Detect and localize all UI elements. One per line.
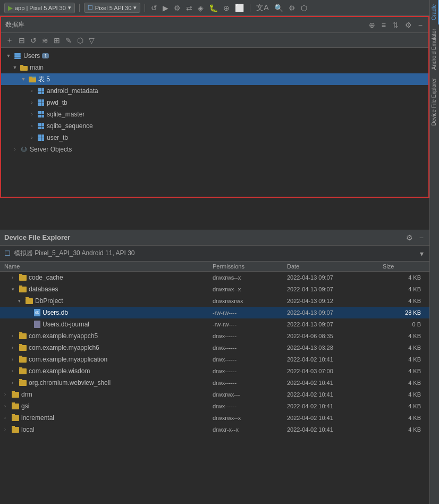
expand-myapplch6[interactable]: › [12,345,17,350]
expand-icon-pwd-tb[interactable]: › [29,99,35,106]
db-edit-icon[interactable]: ✎ [64,35,73,46]
expand-incremental[interactable]: › [4,415,10,421]
expand-icon-sqlite-master[interactable]: › [29,111,35,117]
journal-icon [34,321,40,328]
expand-icon-tables[interactable]: ▼ [20,76,27,82]
perm-myappch5: drwx------ [213,333,287,339]
date-myappch5: 2022-04-06 08:35 [287,333,383,339]
expand-myappch5[interactable]: › [12,333,17,339]
db-settings-icon[interactable]: ⚙ [403,20,413,30]
sidebar-tab-android-emulator[interactable]: Android Emulator [430,24,439,74]
db-filter2-icon[interactable]: ▽ [87,35,96,46]
expand-icon-users[interactable]: ▼ [5,53,12,59]
tree-label-users: Users [23,52,40,60]
file-row-myappch5[interactable]: › com.example.myappch5 drwx------ 2022-0… [0,330,429,342]
dfe-settings-icon[interactable]: ⚙ [404,232,415,243]
file-row-gsi[interactable]: › gsi drwx------ 2022-04-02 10:41 4 KB [0,400,429,412]
table-icon-sqlite-sequence [37,122,45,130]
expand-dbproject[interactable]: ▾ [18,298,23,304]
table-icon-user-tb [37,133,45,142]
db-toolbar: ＋ ⊟ ↺ ≋ ⊞ ✎ ⬡ ▽ [1,33,428,48]
db-refresh-icon[interactable]: ↺ [29,35,38,46]
db-copy-icon[interactable]: ⊟ [17,35,27,46]
db-globe-icon[interactable]: ⊕ [367,20,377,30]
expand-databases[interactable]: ▾ [12,287,17,292]
app-device-selector[interactable]: ▶ app | Pixel 5 API 30 ▾ [4,3,75,13]
device-selector[interactable]: ☐ Pixel 5 API 30 ▾ [84,3,141,13]
file-row-databases[interactable]: ▾ databases drwxrwx--x 2022-04-13 09:07 … [0,283,429,295]
sync-icon[interactable]: ⇄ [184,3,194,13]
settings-icon[interactable]: ⚙ [287,3,297,13]
file-row-local[interactable]: › local drwxr-x--x 2022-04-02 10:41 4 KB [0,424,429,435]
dfe-minimize-icon[interactable]: − [418,232,425,243]
toolbar-separator-3 [250,4,250,12]
file-name-local: local [21,426,35,433]
expand-icon-user-tb[interactable]: › [29,135,35,141]
file-row-myapplication[interactable]: › com.example.myapplication drwx------ 2… [0,354,429,365]
perm-webview: drwx------ [213,380,287,386]
run-icon[interactable]: ▶ [161,3,170,13]
file-table-header: Name Permissions Date Size [0,262,429,272]
expand-wisdom[interactable]: › [12,368,17,374]
db-add-icon[interactable]: ＋ [4,35,15,46]
db-sql-icon[interactable]: ≋ [40,35,50,46]
expand-local[interactable]: › [4,427,10,432]
refresh-icon[interactable]: ↺ [149,3,159,13]
expand-code-cache[interactable]: › [12,275,17,280]
expand-icon-sqlite-sequence[interactable]: › [29,123,35,129]
tree-item-sqlite-master[interactable]: › sqlite_master [1,108,428,120]
expand-gsi[interactable]: › [4,404,10,409]
file-row-wisdom[interactable]: › com.example.wisdom drwx------ 2022-04-… [0,365,429,377]
folder-icon-myappch5 [19,333,27,339]
debug-icon[interactable]: 🐛 [207,3,220,13]
expand-icon-android-metadata[interactable]: › [29,88,35,94]
tree-item-user-tb[interactable]: › user_tb [1,132,428,144]
file-name-dbproject: DbProject [35,297,63,305]
attach-icon[interactable]: ⊕ [222,3,231,13]
size-drm: 4 KB [383,391,425,398]
db-minimize-icon[interactable]: − [417,20,424,30]
tree-item-pwd-tb[interactable]: › pwd_tb [1,97,428,108]
build-icon[interactable]: ⚙ [172,3,182,13]
db-panel-title: 数据库 [5,20,24,29]
power-icon[interactable]: ⬡ [299,3,309,13]
expand-icon-main[interactable]: ▼ [12,64,18,71]
top-toolbar: ▶ app | Pixel 5 API 30 ▾ ☐ Pixel 5 API 3… [0,0,429,16]
db-tree-view: ▼ Users 1 ▼ main ▼ [1,48,428,197]
file-row-drm[interactable]: › drm drwxrwx--- 2022-04-02 10:41 4 KB [0,389,429,400]
file-row-incremental[interactable]: › incremental drwxrwx--x 2022-04-02 10:4… [0,412,429,424]
tree-item-android-metadata[interactable]: › android_metadata [1,85,428,97]
tree-item-main[interactable]: ▼ main [1,62,428,73]
file-row-code-cache[interactable]: › code_cache drwxrws--x 2022-04-13 09:07… [0,272,429,283]
profile-icon[interactable]: ◈ [196,3,205,13]
sidebar-tab-dfe[interactable]: Device File Explorer [430,74,439,130]
dfe-device-label: ☐ 模拟器 Pixel_5_API_30 Android 11, API 30 [4,249,134,258]
expand-myapplication[interactable]: › [12,357,17,362]
expand-webview[interactable]: › [12,380,17,385]
translate-icon[interactable]: 文A [255,2,270,14]
expand-icon-server-objects[interactable]: › [12,146,18,153]
db-export-icon[interactable]: ⬡ [75,35,85,46]
file-row-users-db-journal[interactable]: Users.db-journal -rw-rw---- 2022-04-13 0… [0,318,429,330]
tree-item-sqlite-sequence[interactable]: › sqlite_sequence [1,120,428,132]
expand-drm[interactable]: › [4,392,10,397]
db-sort-icon[interactable]: ⇅ [391,20,400,30]
sidebar-tab-gradle[interactable]: Gradle [430,0,439,24]
date-databases: 2022-04-13 09:07 [287,286,383,292]
db-filter-icon[interactable]: ≡ [380,20,387,30]
sidebar-tab-android-emulator-label: Android Emulator [431,29,437,70]
stop-icon[interactable]: ⬜ [233,3,246,13]
perm-myapplch6: drwx------ [213,345,287,351]
tree-item-tables[interactable]: ▼ 表 5 [1,73,428,85]
tree-item-users[interactable]: ▼ Users 1 [1,50,428,62]
tree-item-server-objects[interactable]: › ⛁ Server Objects [1,144,428,155]
file-row-myapplch6[interactable]: › com.example.myapplch6 drwx------ 2022-… [0,342,429,354]
file-row-dbproject[interactable]: ▾ DbProject drwxrwxrwx 2022-04-13 09:12 … [0,295,429,307]
date-incremental: 2022-04-02 10:41 [287,415,383,421]
sidebar-tab-gradle-label: Gradle [431,4,437,20]
file-row-webview[interactable]: › org.chromium.webview_shell drwx------ … [0,377,429,389]
dfe-dropdown-icon[interactable]: ▾ [418,248,425,259]
db-table-icon[interactable]: ⊞ [52,35,62,46]
file-row-users-db[interactable]: db Users.db -rw-rw---- 2022-04-13 09:07 … [0,307,429,318]
search-icon[interactable]: 🔍 [273,3,285,13]
